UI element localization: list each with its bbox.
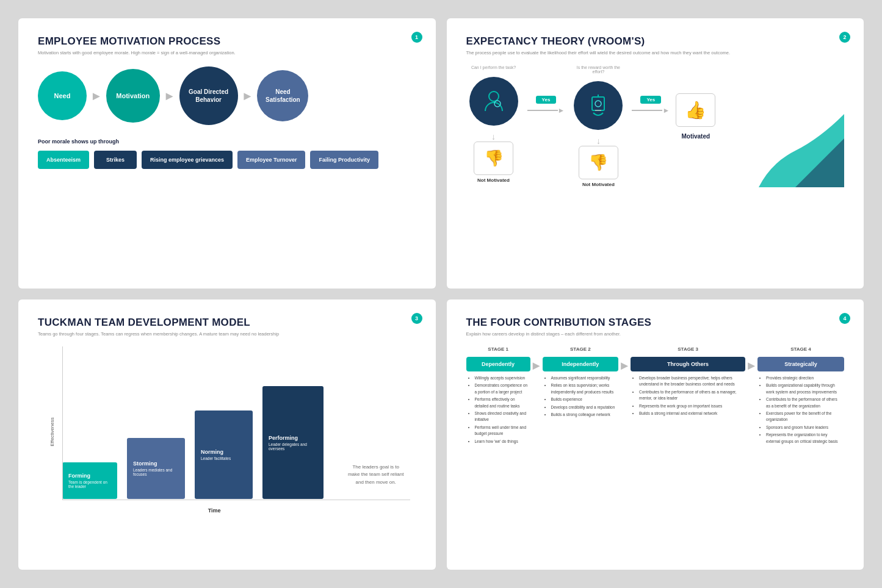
storming-bar: Storming Leaders mediates and focuses [127, 438, 185, 499]
stage-2-bullets: Assumes significant responsibility Relie… [543, 375, 619, 419]
stage-arrow-2: ► [618, 346, 631, 373]
svg-point-3 [595, 101, 601, 107]
teal-wave [722, 90, 844, 187]
x-label: Time [208, 507, 221, 514]
exp-question-2: Is the reward worth the effort? [571, 65, 626, 74]
motivation-circles: Need ► Motivation ► Goal DirectedBehavio… [38, 66, 416, 125]
not-motivated-1: Not Motivated [474, 177, 513, 183]
stage-1-header: STAGE 1 [466, 346, 530, 352]
slide-3-title: TUCKMAN TEAM DEVELOPMENT MODEL [38, 317, 416, 329]
forming-bar: Forming Team is dependent on the leader [62, 462, 117, 499]
slide-1-subtitle: Motivation starts with good employee mor… [38, 50, 416, 56]
stage-4-col: STAGE 4 Strategically Provides strategic… [757, 346, 844, 446]
slide-1-number: 1 [411, 32, 422, 43]
stage-3-header: STAGE 3 [631, 346, 745, 352]
svg-rect-2 [592, 97, 604, 110]
slide-2-subtitle: The process people use to evaluate the l… [466, 50, 845, 56]
slide-3-number: 3 [411, 313, 422, 324]
slide-4-number: 4 [839, 313, 850, 324]
not-motivated-2: Not Motivated [579, 182, 618, 187]
stage-arrow-1: ► [530, 346, 543, 373]
y-label: Effectiveness [49, 417, 55, 446]
arrow-2: ► [164, 89, 176, 103]
tuckman-note: The leaders goal is tomake the team self… [348, 464, 404, 487]
stage-3-bullets: Develops broader business perspective; h… [631, 375, 745, 418]
exp-question-1: Can I perform the task? [466, 65, 521, 70]
x-axis [62, 500, 410, 500]
slide-2-title: EXPECTANCY THEORY (VROOM'S) [466, 35, 845, 48]
exp-circle-1 [469, 77, 518, 126]
y-axis [62, 346, 63, 500]
stages-wrapper: STAGE 1 Dependently Willingly accepts su… [466, 346, 845, 446]
arrow-1: ► [90, 89, 103, 103]
circle-goal: Goal DirectedBehavior [179, 66, 238, 125]
stage-4-badge: Strategically [757, 357, 844, 371]
stage-3-col: STAGE 3 Through Others Develops broader … [631, 346, 745, 418]
stage-4-header: STAGE 4 [757, 346, 844, 352]
morale-boxes: Absenteeism Strikes Rising employee grie… [38, 151, 416, 169]
tuck-performing: Performing Leader delegates and oversees [262, 386, 324, 499]
yes-badge-1: Yes [536, 96, 557, 104]
slide-1-title: EMPLOYEE MOTIVATION PROCESS [38, 35, 416, 48]
circle-need: Need [38, 71, 87, 120]
arrow-3: ► [242, 89, 254, 103]
stage-3-badge: Through Others [631, 357, 745, 371]
morale-productivity: Failing Productivity [310, 151, 378, 169]
slide-3: 3 TUCKMAN TEAM DEVELOPMENT MODEL Teams g… [18, 299, 436, 570]
svg-point-0 [489, 91, 499, 101]
morale-grievances: Rising employee grievances [142, 151, 233, 169]
tuck-norming: Norming Leader facilitates [195, 411, 253, 499]
circle-motivation: Motivation [106, 69, 160, 123]
slide-3-subtitle: Teams go through four stages. Teams can … [38, 331, 416, 337]
exp-circle-2 [574, 81, 623, 130]
slide-1: 1 EMPLOYEE MOTIVATION PROCESS Motivation… [18, 18, 436, 289]
stage-2-header: STAGE 2 [543, 346, 619, 352]
norming-bar: Norming Leader facilitates [195, 411, 253, 499]
stage-arrow-3: ► [745, 346, 757, 373]
stage-2-badge: Independently [543, 357, 619, 371]
slide-4-subtitle: Explain how careers develop in distinct … [466, 331, 845, 337]
slide-4-title: THE FOUR CONTRIBUTION STAGES [466, 317, 845, 329]
yes-badge-2: Yes [640, 96, 661, 104]
stage-1-badge: Dependently [466, 357, 530, 371]
tuck-forming: Forming Team is dependent on the leader [62, 462, 117, 499]
stage-2-col: STAGE 2 Independently Assumes significan… [543, 346, 619, 419]
stage-4-bullets: Provides strategic direction Builds orga… [757, 375, 844, 446]
slide-2: 2 EXPECTANCY THEORY (VROOM'S) The proces… [447, 18, 864, 289]
performing-bar: Performing Leader delegates and oversees [262, 386, 324, 499]
slide-2-number: 2 [839, 32, 850, 43]
tuck-storming: Storming Leaders mediates and focuses [127, 438, 185, 499]
morale-turnover: Employee Turnover [237, 151, 305, 169]
slide-4: 4 THE FOUR CONTRIBUTION STAGES Explain h… [447, 299, 864, 570]
stage-1-bullets: Willingly accepts supervision Demonstrat… [466, 375, 530, 446]
morale-absenteeism: Absenteeism [38, 151, 89, 169]
poor-morale-label: Poor morale shows up through [38, 138, 416, 145]
motivated-label: Motivated [681, 133, 710, 140]
morale-strikes: Strikes [94, 151, 137, 169]
stage-1-col: STAGE 1 Dependently Willingly accepts su… [466, 346, 530, 446]
circle-satisfaction: NeedSatisfaction [257, 70, 308, 121]
tuckman-chart: Effectiveness Time Forming Team is depen… [38, 346, 416, 517]
